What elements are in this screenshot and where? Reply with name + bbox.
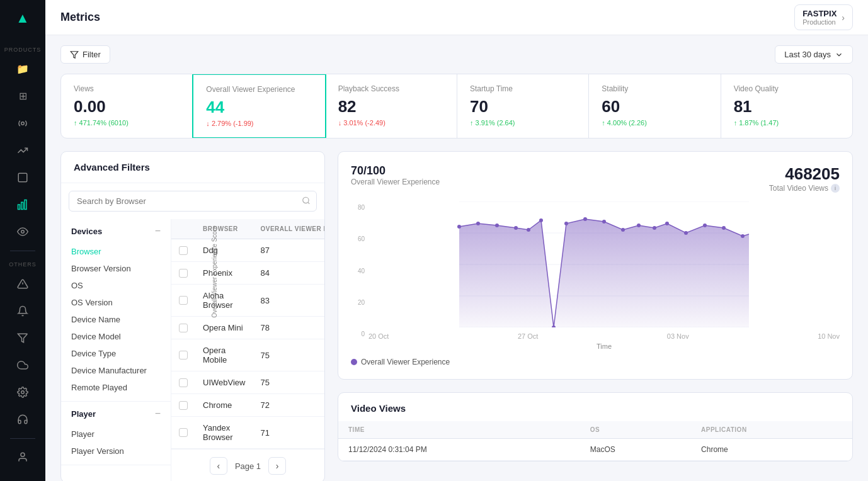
settings-icon[interactable]	[10, 380, 35, 405]
filter-item[interactable]: Device Name	[71, 311, 161, 328]
filter-item[interactable]: Player	[71, 426, 161, 443]
filter-item[interactable]: Player Version	[71, 443, 161, 460]
row-browser: Chrome	[195, 394, 253, 417]
workspace-sub: Production	[802, 18, 837, 26]
metric-card[interactable]: Startup Time 70 ↑ 3.91% (2.64)	[457, 74, 589, 138]
row-checkbox[interactable]	[179, 296, 188, 305]
table-row[interactable]: Chrome 72 384740	[171, 394, 324, 417]
metric-card[interactable]: Stability 60 ↑ 4.00% (2.26)	[589, 74, 721, 138]
row-checkbox[interactable]	[179, 269, 188, 278]
row-browser: Yandex Browser	[195, 417, 253, 449]
table-row[interactable]: Opera Mini 78 229	[171, 317, 324, 339]
metric-card[interactable]: Overall Viewer Experience 44 ↓ 2.79% (-1…	[192, 74, 326, 139]
legend-dot	[351, 359, 357, 365]
chevron-down-icon	[835, 50, 843, 59]
browser-table-body: Ddg 87 112 Phoenix 84 224 Aloha Browser …	[171, 239, 324, 449]
grid-icon[interactable]: ⊞	[10, 84, 35, 108]
row-checkbox[interactable]	[179, 246, 188, 255]
filter-item[interactable]: Device Model	[71, 328, 161, 345]
metric-card[interactable]: Views 0.00 ↑ 471.74% (6010)	[61, 74, 193, 138]
x-label-10nov: 10 Nov	[818, 332, 840, 340]
metrics-icon[interactable]	[10, 193, 35, 217]
row-checkbox-cell	[171, 417, 195, 449]
user-icon[interactable]	[10, 445, 35, 470]
chart-score: 70/100	[351, 164, 440, 178]
search-input[interactable]	[69, 191, 317, 212]
filter-item[interactable]: Device Manufacturer	[71, 362, 161, 379]
video-views-card: Video Views TIME OS APPLICATION 11/12/20…	[338, 392, 853, 461]
row-ove: 75	[253, 339, 324, 371]
svg-rect-3	[21, 203, 23, 210]
row-checkbox[interactable]	[179, 428, 188, 437]
player-section-header[interactable]: Player −	[61, 402, 171, 426]
warning-icon[interactable]	[10, 271, 35, 296]
metric-card[interactable]: Video Quality 81 ↑ 1.87% (1.47)	[721, 74, 852, 138]
files-icon[interactable]: 📁	[10, 57, 35, 81]
row-checkbox[interactable]	[179, 401, 188, 410]
player-section-title: Player	[71, 409, 96, 419]
filter-item[interactable]: Browser Version	[71, 260, 161, 277]
table-row[interactable]: UIWebView 75 2417	[171, 371, 324, 394]
metric-label: Video Quality	[734, 84, 840, 93]
info-icon[interactable]: i	[831, 184, 840, 193]
filter-item[interactable]: Device Type	[71, 345, 161, 362]
y-label-0: 0	[351, 331, 365, 337]
metric-card[interactable]: Playback Success 82 ↓ 3.01% (-2.49)	[326, 74, 457, 138]
filters-two-col: Devices − BrowserBrowser VersionOSOS Ver…	[61, 219, 324, 481]
eye-icon[interactable]	[10, 220, 35, 244]
row-checkbox[interactable]	[179, 324, 188, 332]
workspace-button[interactable]: FASTPIX Production ›	[794, 4, 853, 30]
filter-item[interactable]: OS	[71, 277, 161, 294]
metric-change: ↑ 3.91% (2.64)	[470, 119, 576, 127]
metric-label: Playback Success	[338, 84, 444, 93]
table-row[interactable]: Yandex Browser 71 112	[171, 417, 324, 449]
search-bar	[69, 191, 317, 212]
video-views-body: 11/12/2024 0:31:04 PM MacOS Chrome	[338, 439, 852, 461]
row-ove: 87	[253, 239, 324, 262]
metric-value: 60	[602, 97, 707, 116]
megaphone-icon[interactable]	[10, 325, 35, 350]
key-icon[interactable]	[10, 166, 35, 190]
broadcast-icon[interactable]	[10, 111, 35, 135]
headphones-icon[interactable]	[10, 407, 35, 432]
chart-card: 70/100 Overall Viewer Experience 468205 …	[338, 151, 853, 380]
table-row[interactable]: Ddg 87 112	[171, 239, 324, 262]
chart-right-header: 468205 Total Video Views i	[769, 164, 840, 196]
prev-page-button[interactable]: ‹	[210, 457, 227, 475]
cloud-icon[interactable]	[10, 353, 35, 377]
legend-label: Overall Viewer Experience	[361, 358, 450, 366]
metric-value: 70	[470, 97, 576, 116]
devices-section-header[interactable]: Devices −	[61, 219, 171, 243]
y-axis-labels: 80 60 40 20 0	[351, 201, 368, 350]
browser-table: BROWSER OVERALL VIEWER EXPERIENCE ⌄ TOTA…	[171, 219, 324, 449]
chart-card-header: 70/100 Overall Viewer Experience 468205 …	[351, 164, 840, 196]
row-checkbox[interactable]	[179, 351, 188, 359]
video-views-header-row: TIME OS APPLICATION	[338, 421, 852, 439]
video-views-table: TIME OS APPLICATION 11/12/2024 0:31:04 P…	[338, 421, 852, 461]
bell-icon[interactable]	[10, 298, 35, 323]
table-row[interactable]: Phoenix 84 224	[171, 262, 324, 285]
row-ove: 72	[253, 394, 324, 417]
col-ove-label: OVERALL VIEWER EXPERIENCE	[260, 225, 324, 232]
filter-button[interactable]: Filter	[60, 45, 110, 64]
row-ove: 84	[253, 262, 324, 285]
line-chart-svg	[368, 201, 840, 327]
trending-icon[interactable]	[10, 138, 35, 162]
table-row[interactable]: Opera Mobile 75 1205	[171, 339, 324, 371]
row-checkbox[interactable]	[179, 378, 188, 387]
svg-point-25	[564, 222, 568, 225]
col-browser: BROWSER	[195, 219, 253, 239]
filter-item[interactable]: OS Version	[71, 294, 161, 311]
content-area: Filter Last 30 days Views 0.00 ↑ 471.74%…	[45, 35, 868, 481]
chart-left-header: 70/100 Overall Viewer Experience	[351, 164, 440, 196]
row-browser: Opera Mobile	[195, 339, 253, 371]
date-range-button[interactable]: Last 30 days	[775, 45, 853, 64]
table-row[interactable]: Aloha Browser 83 3	[171, 285, 324, 317]
metric-value: 82	[338, 97, 444, 116]
filter-item[interactable]: Browser	[71, 243, 161, 260]
filter-item[interactable]: Remote Played	[71, 379, 161, 396]
topbar: Metrics FASTPIX Production ›	[45, 0, 868, 35]
next-page-button[interactable]: ›	[268, 457, 286, 475]
row-checkbox-cell	[171, 339, 195, 371]
row-browser: Opera Mini	[195, 317, 253, 339]
